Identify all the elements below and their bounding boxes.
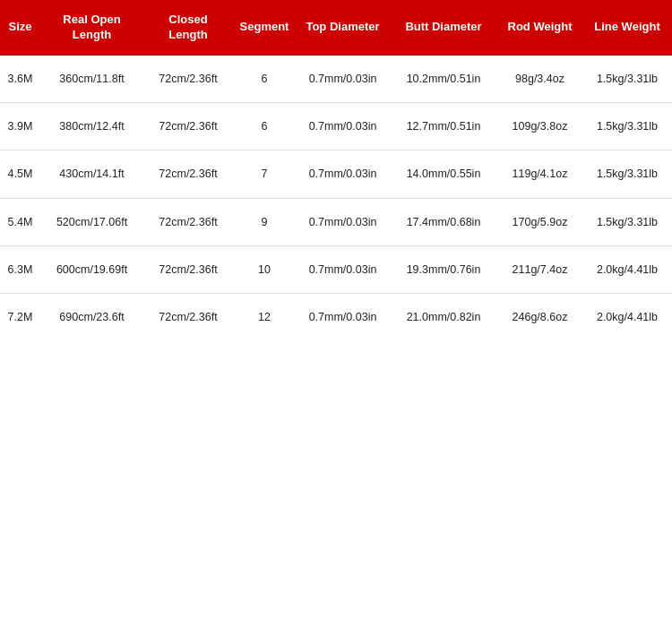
- cell-closedLength: 72cm/2.36ft: [143, 150, 233, 198]
- cell-segment: 6: [233, 56, 296, 103]
- cell-lineWeight: 2.0kg/4.41lb: [582, 245, 672, 293]
- cell-topDiameter: 0.7mm/0.03in: [296, 103, 390, 150]
- cell-buttDiameter: 21.0mm/0.82in: [390, 294, 497, 341]
- cell-topDiameter: 0.7mm/0.03in: [296, 245, 390, 293]
- cell-buttDiameter: 12.7mm/0.51in: [390, 103, 497, 150]
- cell-closedLength: 72cm/2.36ft: [143, 103, 233, 150]
- cell-size: 7.2M: [0, 294, 40, 341]
- cell-topDiameter: 0.7mm/0.03in: [296, 150, 390, 198]
- cell-buttDiameter: 10.2mm/0.51in: [390, 56, 497, 103]
- cell-buttDiameter: 17.4mm/0.68in: [390, 198, 497, 245]
- cell-lineWeight: 2.0kg/4.41lb: [582, 294, 672, 341]
- cell-lineWeight: 1.5kg/3.31lb: [582, 150, 672, 198]
- table-row: 3.9M380cm/12.4ft72cm/2.36ft60.7mm/0.03in…: [0, 103, 672, 150]
- cell-topDiameter: 0.7mm/0.03in: [296, 56, 390, 103]
- cell-closedLength: 72cm/2.36ft: [143, 56, 233, 103]
- cell-rodWeight: 109g/3.8oz: [497, 103, 582, 150]
- header-real-open-length: Real Open Length: [40, 0, 143, 56]
- cell-topDiameter: 0.7mm/0.03in: [296, 294, 390, 341]
- header-segment: Segment: [233, 0, 296, 56]
- cell-lineWeight: 1.5kg/3.31lb: [582, 56, 672, 103]
- cell-segment: 7: [233, 150, 296, 198]
- table-row: 3.6M360cm/11.8ft72cm/2.36ft60.7mm/0.03in…: [0, 56, 672, 103]
- cell-segment: 12: [233, 294, 296, 341]
- table-row: 4.5M430cm/14.1ft72cm/2.36ft70.7mm/0.03in…: [0, 150, 672, 198]
- fishing-rod-specs-table: Size Real Open Length Closed Length Segm…: [0, 0, 672, 340]
- cell-realOpenLength: 600cm/19.69ft: [40, 245, 143, 293]
- cell-size: 4.5M: [0, 150, 40, 198]
- cell-realOpenLength: 430cm/14.1ft: [40, 150, 143, 198]
- header-butt-diameter: Butt Diameter: [390, 0, 497, 56]
- cell-size: 3.9M: [0, 103, 40, 150]
- cell-closedLength: 72cm/2.36ft: [143, 294, 233, 341]
- header-line-weight: Line Weight: [582, 0, 672, 56]
- cell-realOpenLength: 520cm/17.06ft: [40, 198, 143, 245]
- table-row: 6.3M600cm/19.69ft72cm/2.36ft100.7mm/0.03…: [0, 245, 672, 293]
- cell-rodWeight: 211g/7.4oz: [497, 245, 582, 293]
- header-closed-length: Closed Length: [143, 0, 233, 56]
- cell-segment: 6: [233, 103, 296, 150]
- cell-size: 5.4M: [0, 198, 40, 245]
- cell-buttDiameter: 19.3mm/0.76in: [390, 245, 497, 293]
- cell-lineWeight: 1.5kg/3.31lb: [582, 198, 672, 245]
- cell-rodWeight: 246g/8.6oz: [497, 294, 582, 341]
- cell-size: 3.6M: [0, 56, 40, 103]
- cell-realOpenLength: 380cm/12.4ft: [40, 103, 143, 150]
- header-size: Size: [0, 0, 40, 56]
- cell-rodWeight: 98g/3.4oz: [497, 56, 582, 103]
- cell-realOpenLength: 360cm/11.8ft: [40, 56, 143, 103]
- cell-buttDiameter: 14.0mm/0.55in: [390, 150, 497, 198]
- table-row: 5.4M520cm/17.06ft72cm/2.36ft90.7mm/0.03i…: [0, 198, 672, 245]
- cell-rodWeight: 170g/5.9oz: [497, 198, 582, 245]
- cell-lineWeight: 1.5kg/3.31lb: [582, 103, 672, 150]
- cell-segment: 9: [233, 198, 296, 245]
- cell-rodWeight: 119g/4.1oz: [497, 150, 582, 198]
- header-rod-weight: Rod Weight: [497, 0, 582, 56]
- cell-topDiameter: 0.7mm/0.03in: [296, 198, 390, 245]
- cell-closedLength: 72cm/2.36ft: [143, 245, 233, 293]
- cell-segment: 10: [233, 245, 296, 293]
- table-row: 7.2M690cm/23.6ft72cm/2.36ft120.7mm/0.03i…: [0, 294, 672, 341]
- cell-size: 6.3M: [0, 245, 40, 293]
- cell-realOpenLength: 690cm/23.6ft: [40, 294, 143, 341]
- header-top-diameter: Top Diameter: [296, 0, 390, 56]
- cell-closedLength: 72cm/2.36ft: [143, 198, 233, 245]
